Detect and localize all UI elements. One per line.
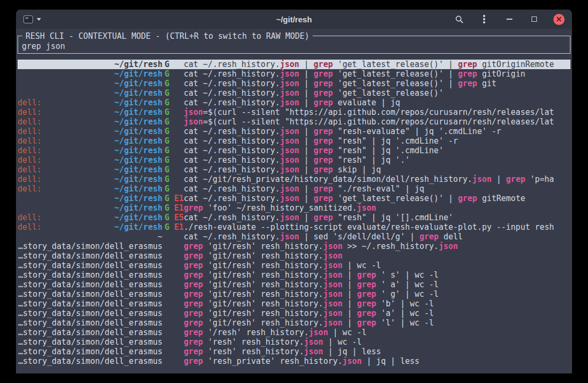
menu-button[interactable]: [478, 13, 490, 25]
history-row[interactable]: …story_data/simon/dell_erasmusgrep 'git/…: [18, 289, 570, 299]
row-host: dell:: [18, 174, 42, 184]
command-text: 'l' | wc -l: [376, 318, 434, 328]
history-row[interactable]: ~cat ~/.resh_history.json | sed 's/dell/…: [18, 232, 570, 242]
minimize-button[interactable]: [503, 13, 515, 25]
git-flag: G: [165, 222, 169, 232]
row-flags: [162, 337, 184, 347]
history-row[interactable]: dell:~/git/reshGjson=$(curl --silent "ht…: [18, 117, 570, 127]
history-row[interactable]: …story_data/simon/dell_erasmusgrep 'git/…: [18, 261, 570, 270]
terminal-screen[interactable]: RESH CLI - CONTEXTUAL MODE - (CTRL+R to …: [16, 29, 572, 373]
history-row[interactable]: …story_data/simon/dell_erasmusgrep 'resh…: [18, 337, 570, 347]
row-host: dell:: [18, 155, 42, 165]
search-query-input[interactable]: grep json: [22, 41, 566, 51]
command-text: cat ~/.resh_history.: [184, 69, 280, 79]
history-row[interactable]: dell:~/git/reshGcat ~/.resh_history.json…: [18, 155, 570, 165]
row-location: dell:~/git/resh: [18, 213, 162, 222]
match-highlight: grep: [184, 251, 203, 261]
match-highlight: json: [280, 155, 299, 165]
row-command: json=$(curl --silent "https://api.github…: [184, 117, 570, 127]
close-button[interactable]: [553, 14, 565, 25]
row-directory: ~/git/resh: [115, 203, 162, 213]
row-command: cat ~/.resh_history.json | grep "resh" |…: [184, 146, 570, 155]
match-highlight: grep: [184, 261, 203, 270]
row-flags: [162, 328, 184, 337]
history-row[interactable]: ~/git/reshGcat ~/.resh_history.json | gr…: [18, 88, 570, 98]
history-row[interactable]: …story_data/simon/dell_erasmusgrep 'git/…: [18, 299, 570, 309]
titlebar: ~/git/resh: [16, 10, 572, 29]
row-directory: ~/git/resh: [115, 117, 162, 127]
row-location: …story_data/simon/dell_erasmus: [18, 261, 162, 270]
row-command: cat ~/.resh_history.json | grep "resh" |…: [184, 136, 570, 146]
history-row[interactable]: dell:~/git/reshGcat ~/.resh_history.json…: [18, 136, 570, 146]
row-directory: ~/git/resh: [115, 69, 162, 79]
row-command: json=$(curl --silent "https://api.github…: [184, 107, 570, 117]
history-row[interactable]: dell:~/git/reshGcat ~/.resh_history.json…: [18, 146, 570, 155]
match-highlight: grep: [314, 88, 333, 98]
row-directory: ~/git/resh: [115, 194, 162, 203]
row-flags: [162, 242, 184, 251]
history-row[interactable]: …story_data/simon/dell_erasmusgrep 'resh…: [18, 356, 570, 366]
git-flag: G: [165, 98, 169, 107]
history-row[interactable]: …story_data/simon/dell_erasmusgrep 'git/…: [18, 242, 570, 251]
history-row[interactable]: …story_data/simon/dell_erasmusgrep 'git/…: [18, 318, 570, 328]
command-text: cat ~/.resh_history.: [184, 194, 280, 203]
command-text: 'get_latest_release()' |: [333, 194, 458, 203]
git-flag: G: [165, 136, 169, 146]
new-tab-button[interactable]: [23, 15, 41, 23]
history-row[interactable]: …story_data/simon/dell_erasmusgrep 'git/…: [18, 280, 570, 289]
command-text: cat ~/.resh_history.: [184, 79, 280, 88]
history-row[interactable]: …story_data/simon/dell_erasmusgrep 'git/…: [18, 309, 570, 318]
command-text: 'a' | wc -l: [376, 309, 434, 318]
row-host: dell:: [18, 127, 42, 136]
history-row[interactable]: ~/git/reshGcat ~/.resh_history.json | gr…: [18, 60, 570, 69]
history-row[interactable]: dell:~/git/reshGcat ~/.resh_history.json…: [18, 184, 570, 194]
row-location: ~/git/resh: [18, 194, 162, 203]
history-row[interactable]: dell:~/git/reshGcat ~/.resh_history.json…: [18, 165, 570, 174]
history-row[interactable]: …story_data/simon/dell_erasmusgrep 'resh…: [18, 347, 570, 356]
history-row[interactable]: dell:~/git/reshG E5cat ~/.resh_history.j…: [18, 213, 570, 222]
row-directory: …story_data/simon/dell_erasmus: [18, 328, 162, 337]
row-directory: …story_data/simon/dell_erasmus: [18, 251, 162, 261]
terminal-tab-icon: [23, 15, 33, 23]
row-flags: [162, 261, 184, 270]
history-row[interactable]: …story_data/simon/dell_erasmusgrep 'git/…: [18, 251, 570, 261]
command-text: |: [299, 98, 314, 107]
history-row[interactable]: ~/git/reshG E1cat ~/.resh_history.json |…: [18, 194, 570, 203]
row-location: ~/git/resh: [18, 69, 162, 79]
row-flags: G: [162, 174, 184, 184]
row-flags: G: [162, 98, 184, 107]
match-highlight: grep: [184, 356, 203, 366]
history-row[interactable]: ~/git/reshGcat ~/.resh_history.json | gr…: [18, 79, 570, 88]
row-flags: [162, 299, 184, 309]
row-command: cat ~/.resh_history.json | grep "resh" |…: [184, 155, 570, 165]
history-row[interactable]: ~/git/reshGcat ~/.resh_history.json | gr…: [18, 69, 570, 79]
git-flag: G: [165, 127, 169, 136]
row-command: cat ~/.resh_history.json | grep "resh" |…: [184, 213, 570, 222]
history-row[interactable]: dell:~/git/reshGcat ~/.resh_history.json…: [18, 98, 570, 107]
history-row[interactable]: ~/git/reshG E1grep 'foo' ~/resh_history_…: [18, 203, 570, 213]
terminal-window: ~/git/resh RESH CLI - CONTEXTUAL MODE - …: [16, 10, 572, 373]
command-text: |: [342, 299, 357, 309]
git-flag: G: [165, 194, 169, 203]
history-row[interactable]: …story_data/simon/dell_erasmusgrep 'git/…: [18, 270, 570, 280]
row-directory: …story_data/simon/dell_erasmus: [18, 270, 162, 280]
history-row[interactable]: dell:~/git/reshGcat ~/git/resh_private/h…: [18, 174, 570, 184]
match-highlight: grep: [184, 289, 203, 299]
row-directory: …story_data/simon/dell_erasmus: [18, 261, 162, 270]
row-flags: G E1: [162, 203, 184, 213]
restore-button[interactable]: [528, 13, 540, 25]
command-text: cat ~/.resh_history.: [184, 146, 280, 155]
match-highlight: grep: [314, 60, 333, 69]
search-button[interactable]: [453, 13, 465, 25]
command-text: |: [299, 88, 314, 98]
match-highlight: grep: [314, 69, 333, 79]
row-flags: G: [162, 88, 184, 98]
history-row[interactable]: …story_data/simon/dell_erasmusgrep '/res…: [18, 328, 570, 337]
history-row[interactable]: dell:~/git/reshGcat ~/.resh_history.json…: [18, 127, 570, 136]
history-row[interactable]: dell:~/git/reshG E1./resh-evaluate --plo…: [18, 222, 570, 232]
history-row[interactable]: dell:~/git/reshGjson=$(curl --silent "ht…: [18, 107, 570, 117]
row-flags: G: [162, 136, 184, 146]
row-flags: G: [162, 69, 184, 79]
row-command: grep 'resh' resh_history.json | wc -l: [184, 337, 570, 347]
match-highlight: json: [342, 356, 362, 366]
